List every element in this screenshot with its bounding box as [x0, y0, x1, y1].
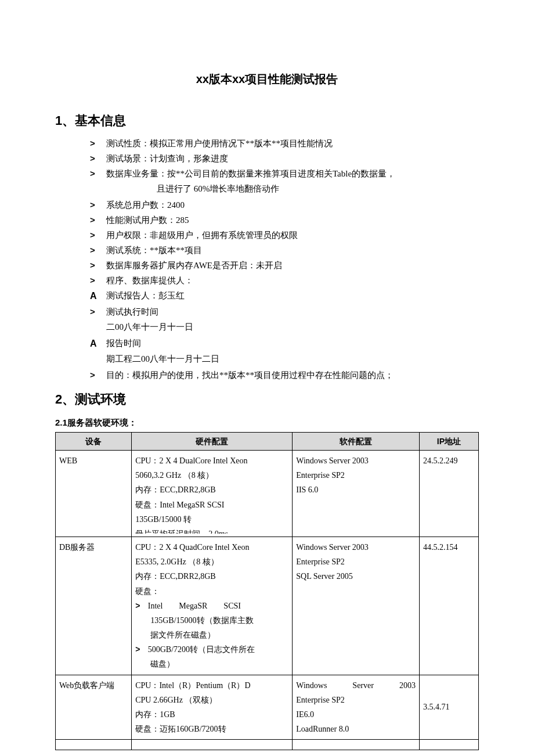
list-item: >目的：模拟用户的使用，找出**版本**项目使用过程中存在性能问题的点；	[90, 368, 479, 382]
list-item: >用户权限：非超级用户，但拥有系统管理员的权限	[90, 228, 479, 242]
col-device: 设备	[56, 432, 132, 450]
bullet-icon: >	[90, 213, 106, 227]
list-item: A测试报告人：彭玉红	[90, 289, 479, 304]
sw-line: LoadRunner 8.0	[296, 722, 416, 736]
list-item: >系统总用户数：2400	[90, 198, 479, 212]
cell-device: Web负载客户端	[56, 675, 132, 740]
sw-line: SQL Server 2005	[296, 569, 416, 584]
cell-software: Windows Server 2003 Enterprise SP2 SQL S…	[293, 537, 420, 675]
basic-info-list-4: >目的：模拟用户的使用，找出**版本**项目使用过程中存在性能问题的点；	[90, 368, 479, 382]
continuation-text: 二00八年十一月十一日	[106, 320, 479, 334]
bullet-icon: >	[90, 305, 106, 319]
list-item: >测试执行时间	[90, 305, 479, 319]
item-text: 系统总用户数：2400	[106, 198, 479, 212]
document-title: xx版本xx项目性能测试报告	[55, 70, 479, 88]
cell-hardware: CPU：2 X 4 QuadCore Intel Xeon E5335, 2.0…	[132, 537, 293, 675]
col-hardware: 硬件配置	[132, 432, 293, 450]
item-text: 目的：模拟用户的使用，找出**版本**项目使用过程中存在性能问题的点；	[106, 368, 479, 382]
section-1-heading: 1、基本信息	[55, 110, 479, 131]
list-item: >程序、数据库提供人：	[90, 273, 479, 287]
sw-line: Enterprise SP2	[296, 468, 416, 483]
list-item: >测试系统：**版本**项目	[90, 243, 479, 257]
item-text: 测试执行时间	[106, 305, 479, 319]
sw-line: Windows Server 2003	[296, 678, 416, 693]
list-item: >数据库业务量：按**公司目前的数据量来推算项目进度相关Table的数据量，	[90, 167, 479, 181]
item-text: 测试系统：**版本**项目	[106, 243, 479, 257]
sw-line: Windows Server 2003	[296, 453, 416, 468]
hw-line: 5060,3.2 GHz （8 核）	[135, 468, 288, 483]
item-text: 性能测试用户数：285	[106, 213, 479, 227]
sw-line: IIS 6.0	[296, 483, 416, 497]
hw-bullet-line: 据文件所在磁盘）	[150, 628, 288, 642]
hw-bullet-line: Intel MegaSR SCSI	[148, 602, 241, 610]
bullet-icon: >	[90, 198, 106, 212]
bullet-icon: >	[90, 273, 106, 287]
hw-bullet-line: 磁盘）	[150, 657, 288, 671]
sw-line: IE6.0	[296, 707, 416, 722]
cell-device: WEB	[56, 450, 132, 537]
item-text: 报告时间	[106, 336, 479, 350]
item-text: 数据库业务量：按**公司目前的数据量来推算项目进度相关Table的数据量，	[106, 167, 479, 181]
bullet-icon: >	[90, 243, 106, 257]
bullet-icon: >	[90, 258, 106, 272]
hw-bullet-line: 135GB/15000转（数据库主数	[150, 613, 288, 628]
hw-bullet-line: 500GB/7200转（日志文件所在	[148, 645, 255, 654]
cell-ip: 3.5.4.71	[419, 675, 478, 740]
table-row-empty	[56, 740, 479, 750]
cell-ip: 44.5.2.154	[419, 537, 478, 675]
hw-line: 135GB/15000 转	[135, 512, 288, 527]
table-row: DB服务器 CPU：2 X 4 QuadCore Intel Xeon E533…	[56, 537, 479, 675]
cell-software: Windows Server 2003 Enterprise SP2 IIS 6…	[293, 450, 420, 537]
subsection-2-1-heading: 2.1服务器软硬环境：	[55, 416, 479, 430]
sw-line: Enterprise SP2	[296, 693, 416, 707]
hw-line: 硬盘：迈拓160GB/7200转	[135, 722, 288, 736]
bullet-icon: >	[90, 136, 106, 150]
item-text: 测试报告人：彭玉红	[106, 289, 479, 303]
col-software: 软件配置	[293, 432, 420, 450]
item-text: 数据库服务器扩展内存AWE是否开启：未开启	[106, 258, 479, 272]
bullet-icon: >	[90, 368, 106, 382]
bullet-icon: A	[90, 336, 106, 351]
table-row: WEB CPU：2 X 4 DualCore Intel Xeon 5060,3…	[56, 450, 479, 537]
list-item: >测试性质：模拟正常用户使用情况下**版本**项目性能情况	[90, 136, 479, 150]
bullet-icon: >	[90, 152, 106, 165]
item-text: 程序、数据库提供人：	[106, 273, 479, 287]
cell-hardware: CPU：Intel（R）Pentium（R）D CPU 2.66GHz （双核）…	[132, 675, 293, 740]
cell-ip: 24.5.2.249	[419, 450, 478, 537]
bullet-icon: A	[90, 289, 106, 304]
hw-line: CPU：2 X 4 QuadCore Intel Xeon	[135, 540, 288, 555]
item-text: 用户权限：非超级用户，但拥有系统管理员的权限	[106, 228, 479, 242]
hw-line: 内存：ECC,DRR2,8GB	[135, 569, 288, 584]
bullet-icon: >	[90, 167, 106, 181]
sw-line: Windows Server 2003	[296, 540, 416, 555]
bullet-icon: >	[135, 642, 146, 657]
item-text: 测试性质：模拟正常用户使用情况下**版本**项目性能情况	[106, 136, 479, 150]
cell-software: Windows Server 2003 Enterprise SP2 IE6.0…	[293, 675, 420, 740]
continuation-text: 期工程二00八年十一月十二日	[106, 352, 479, 366]
hw-line: CPU 2.66GHz （双核）	[135, 693, 288, 707]
table-row: Web负载客户端 CPU：Intel（R）Pentium（R）D CPU 2.6…	[56, 675, 479, 740]
cell-device: DB服务器	[56, 537, 132, 675]
server-env-table: 设备 硬件配置 软件配置 IP地址 WEB CPU：2 X 4 DualCore…	[55, 432, 479, 751]
sw-line: Enterprise SP2	[296, 555, 416, 569]
list-item: >性能测试用户数：285	[90, 213, 479, 227]
bullet-icon: >	[90, 228, 106, 242]
basic-info-list-3: A报告时间	[90, 336, 479, 351]
hw-line: 母片平均延迟时间，2.0ms	[135, 527, 288, 534]
cell-hardware: CPU：2 X 4 DualCore Intel Xeon 5060,3.2 G…	[132, 450, 293, 537]
col-ip: IP地址	[419, 432, 478, 450]
basic-info-list-2: >系统总用户数：2400 >性能测试用户数：285 >用户权限：非超级用户，但拥…	[90, 198, 479, 319]
basic-info-list: >测试性质：模拟正常用户使用情况下**版本**项目性能情况 >测试场景：计划查询…	[90, 136, 479, 181]
hw-line: 硬盘：	[135, 584, 288, 599]
item-text: 测试场景：计划查询，形象进度	[106, 152, 479, 165]
list-item: A报告时间	[90, 336, 479, 351]
continuation-text: 且进行了 60%增长率地翻倍动作	[157, 182, 479, 196]
hw-line: 硬盘：Intel MegaSR SCSI	[135, 498, 288, 512]
hw-line: E5335, 2.0GHz （8 核）	[135, 555, 288, 569]
section-2-heading: 2、测试环境	[55, 389, 479, 409]
bullet-icon: >	[135, 599, 146, 613]
hw-line: CPU：Intel（R）Pentium（R）D	[135, 678, 288, 693]
list-item: >测试场景：计划查询，形象进度	[90, 152, 479, 165]
hw-line: CPU：2 X 4 DualCore Intel Xeon	[135, 453, 288, 468]
hw-line: 内存：1GB	[135, 707, 288, 722]
